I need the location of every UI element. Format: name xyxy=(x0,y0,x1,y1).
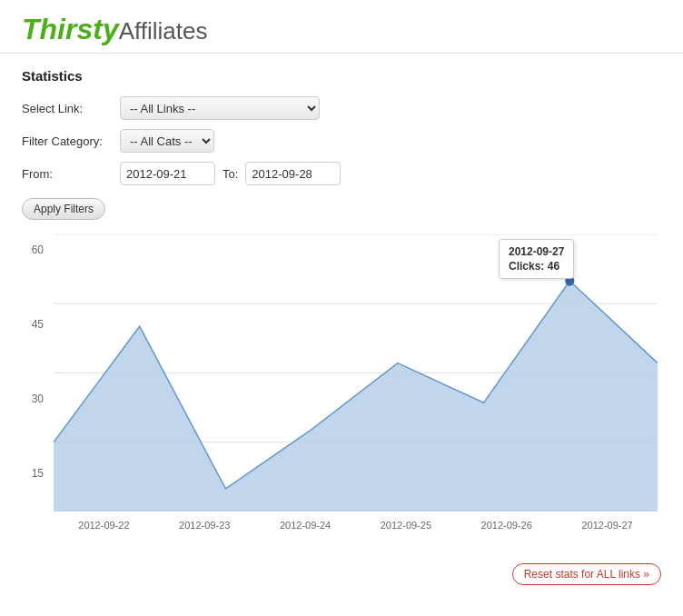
select-link-row: Select Link: -- All Links -- xyxy=(22,96,661,120)
to-date-input[interactable] xyxy=(245,162,341,185)
y-label-45: 45 xyxy=(22,318,49,331)
reset-stats-button[interactable]: Reset stats for ALL links » xyxy=(512,563,661,585)
x-label-0925: 2012-09-25 xyxy=(381,520,431,531)
y-label-60: 60 xyxy=(22,243,49,256)
date-range-row: From: To: xyxy=(22,162,661,185)
chart-area: 60 45 30 15 2012-09-27 xyxy=(22,234,658,534)
x-label-0924: 2012-09-24 xyxy=(280,520,331,531)
x-label-0922: 2012-09-22 xyxy=(78,520,129,531)
tooltip-clicks-label: Clicks: xyxy=(509,260,544,273)
y-label-15: 15 xyxy=(22,467,49,480)
content: Statistics Select Link: -- All Links -- … xyxy=(0,54,683,549)
select-link-label: Select Link: xyxy=(22,102,113,115)
logo: ThirstyAffiliates xyxy=(22,15,661,44)
reset-row: Reset stats for ALL links » xyxy=(0,549,683,594)
logo-thirsty: Thirsty xyxy=(22,13,119,45)
filter-category-row: Filter Category: -- All Cats -- xyxy=(22,129,661,153)
x-label-0926: 2012-09-26 xyxy=(481,520,532,531)
tooltip-clicks: Clicks: 46 xyxy=(509,260,564,273)
tooltip: 2012-09-27 Clicks: 46 xyxy=(499,239,574,279)
x-axis-labels: 2012-09-22 2012-09-23 2012-09-24 2012-09… xyxy=(54,516,658,534)
to-label: To: xyxy=(223,167,238,181)
from-date-input[interactable] xyxy=(120,162,215,185)
tooltip-date: 2012-09-27 xyxy=(509,245,564,258)
y-label-30: 30 xyxy=(22,392,49,405)
filter-category-dropdown[interactable]: -- All Cats -- xyxy=(120,129,214,153)
x-label-0927: 2012-09-27 xyxy=(581,520,632,531)
filter-category-label: Filter Category: xyxy=(22,134,113,148)
apply-filters-button[interactable]: Apply Filters xyxy=(22,198,105,220)
header: ThirstyAffiliates xyxy=(0,0,683,54)
chart-svg-container: 2012-09-27 Clicks: 46 xyxy=(54,234,658,512)
from-label: From: xyxy=(22,167,113,181)
section-title: Statistics xyxy=(22,68,661,84)
logo-affiliates: Affiliates xyxy=(119,17,208,45)
tooltip-clicks-value: 46 xyxy=(548,260,559,273)
select-link-dropdown[interactable]: -- All Links -- xyxy=(120,96,320,120)
x-label-0923: 2012-09-23 xyxy=(179,520,230,531)
